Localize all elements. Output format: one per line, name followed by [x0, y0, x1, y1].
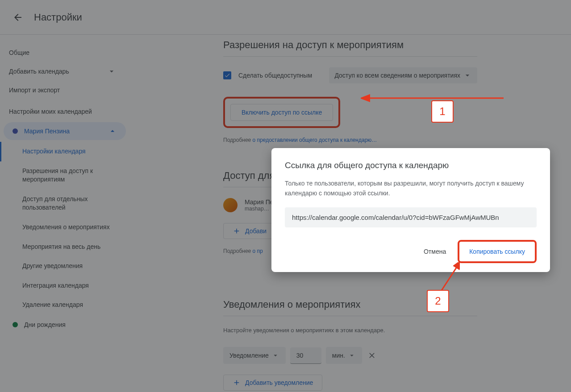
- share-link-dialog: Ссылка для общего доступа к календарю То…: [271, 148, 550, 272]
- annotation-highlight-2: Копировать ссылку: [458, 240, 537, 263]
- copy-link-button[interactable]: Копировать ссылку: [463, 244, 531, 259]
- dialog-actions: Отмена Копировать ссылку: [285, 240, 537, 263]
- dialog-title: Ссылка для общего доступа к календарю: [285, 161, 537, 170]
- share-url-input[interactable]: [285, 207, 537, 227]
- annotation-number-1: 1: [431, 100, 454, 123]
- annotation-number-2: 2: [427, 290, 449, 312]
- cancel-button[interactable]: Отмена: [417, 244, 452, 259]
- dialog-description: Только те пользователи, которым вы разре…: [285, 178, 537, 198]
